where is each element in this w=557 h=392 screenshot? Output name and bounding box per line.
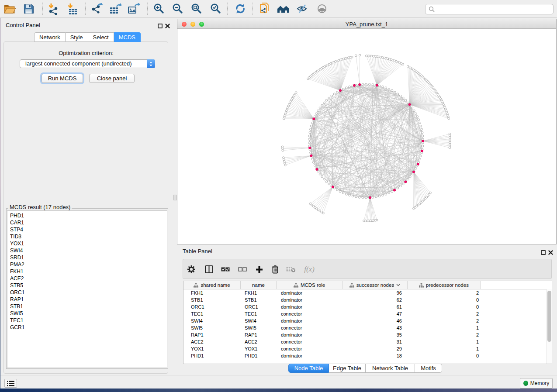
show-column-panel-icon[interactable]: [203, 264, 214, 275]
mcds-result-item[interactable]: ORC1: [7, 289, 167, 296]
table-row[interactable]: YOX1YOX1connector291: [183, 345, 547, 352]
zoom-in-icon[interactable]: [152, 2, 166, 15]
import-table-icon[interactable]: [66, 2, 80, 15]
memory-button[interactable]: Memory: [520, 378, 553, 389]
column-header-successor-nodes[interactable]: successor nodes: [343, 281, 408, 289]
mcds-result-item[interactable]: SWI5: [7, 310, 167, 317]
mcds-result-item[interactable]: FKH1: [7, 268, 167, 275]
desktop-background-edge: [0, 18, 0, 389]
memory-status-icon: [523, 381, 528, 386]
tab-network-table[interactable]: Network Table: [366, 364, 415, 373]
select-all-columns-icon[interactable]: [220, 264, 231, 275]
delete-column-icon[interactable]: [270, 264, 281, 275]
import-network-icon[interactable]: [46, 2, 60, 15]
toolbar-separator: [147, 3, 148, 15]
tab-style[interactable]: Style: [66, 32, 88, 42]
column-header-name[interactable]: name: [241, 281, 277, 289]
mcds-result-item[interactable]: GCR1: [7, 324, 167, 331]
table-panel-float-icon[interactable]: [541, 249, 546, 257]
close-panel-button[interactable]: Close panel: [89, 74, 135, 83]
mcds-result-item[interactable]: PHD1: [7, 212, 167, 219]
new-network-from-selection-icon[interactable]: [257, 2, 271, 15]
export-network-icon[interactable]: [90, 2, 104, 15]
export-image-icon[interactable]: [127, 2, 141, 15]
apply-layout-icon[interactable]: [233, 2, 247, 15]
table-scrollbar[interactable]: [547, 289, 552, 364]
zoom-selected-icon[interactable]: [209, 2, 223, 15]
mcds-result-item[interactable]: SRD1: [7, 254, 167, 261]
toolbar-separator: [227, 3, 228, 15]
table-row[interactable]: TEC1TEC1connector472: [183, 310, 547, 317]
tab-mcds[interactable]: MCDS: [114, 32, 141, 42]
first-neighbors-icon[interactable]: [277, 2, 291, 15]
mcds-result-item[interactable]: STB1: [7, 303, 167, 310]
toolbar-separator: [85, 3, 86, 15]
search-icon: [429, 6, 435, 12]
mcds-result-item[interactable]: TID3: [7, 233, 167, 240]
table-panel-title: Table Panel: [183, 248, 212, 254]
hide-selected-icon[interactable]: [295, 2, 309, 15]
search-input[interactable]: [437, 6, 553, 13]
column-header-predecessor-nodes[interactable]: predecessor nodes: [408, 281, 481, 289]
tab-select[interactable]: Select: [88, 32, 114, 42]
toolbar-separator: [252, 3, 253, 15]
tab-motifs[interactable]: Motifs: [415, 364, 442, 373]
table-row[interactable]: SWI5SWI5connector431: [183, 324, 547, 331]
function-builder-icon[interactable]: f(x): [302, 264, 317, 275]
delete-table-icon[interactable]: [285, 264, 297, 275]
mcds-result-item[interactable]: CAR1: [7, 219, 167, 226]
table-row[interactable]: ORC1ORC1dominator610: [183, 303, 547, 310]
mcds-list-scrollbar[interactable]: [161, 211, 167, 368]
open-file-icon[interactable]: [3, 2, 17, 15]
column-type-icon: [349, 283, 354, 288]
network-view-frame: YPA_prune.txt_1: [177, 19, 557, 244]
mcds-result-item[interactable]: SWI4: [7, 247, 167, 254]
tab-network[interactable]: Network: [34, 32, 66, 42]
select-spinner-icon: [147, 59, 155, 68]
vertical-splitter-handle[interactable]: [173, 195, 177, 200]
criterion-select[interactable]: largest connected component (undirected): [20, 59, 155, 68]
table-row[interactable]: RAP1RAP1dominator352: [183, 331, 547, 338]
mcds-result-item[interactable]: ACE2: [7, 275, 167, 282]
save-session-icon[interactable]: [21, 2, 35, 15]
control-panel: Control Panel NetworkStyleSelectMCDS Opt…: [0, 18, 172, 375]
table-row[interactable]: ACE2ACE2connector311: [183, 338, 547, 345]
mcds-result-item[interactable]: YOX1: [7, 240, 167, 247]
table-toolbar: f(x): [183, 259, 552, 279]
control-panel-close-icon[interactable]: [165, 22, 170, 30]
table-body: FKH1FKH1dominator962STB1STB1dominator620…: [183, 289, 547, 364]
show-all-icon[interactable]: [315, 2, 329, 15]
table-row[interactable]: FKH1FKH1dominator962: [183, 289, 547, 296]
mcds-result-item[interactable]: RAP1: [7, 296, 167, 303]
table-scrollbar-thumb[interactable]: [547, 291, 551, 342]
run-mcds-button[interactable]: Run MCDS: [42, 74, 83, 83]
create-column-icon[interactable]: [253, 264, 265, 275]
mcds-result-item[interactable]: PMA2: [7, 261, 167, 268]
zoom-fit-icon[interactable]: [190, 2, 204, 15]
mcds-result-item[interactable]: STP4: [7, 226, 167, 233]
column-header-MCDS-role[interactable]: MCDS role: [277, 281, 343, 289]
control-panel-float-icon[interactable]: [158, 22, 163, 30]
table-settings-gear-icon[interactable]: [186, 264, 197, 275]
search-field[interactable]: [425, 4, 554, 14]
task-history-button[interactable]: [4, 379, 17, 388]
mcds-result-list[interactable]: PHD1CAR1STP4TID3YOX1SWI4SRD1PMA2FKH1ACE2…: [7, 210, 167, 368]
table-row[interactable]: STB1STB1dominator620: [183, 296, 547, 303]
mcds-result-item[interactable]: TEC1: [7, 317, 167, 324]
node-table: shared namenameMCDS rolesuccessor nodesp…: [183, 281, 552, 364]
network-view-titlebar[interactable]: YPA_prune.txt_1: [177, 19, 556, 29]
table-panel-close-icon[interactable]: [548, 249, 553, 257]
zoom-out-icon[interactable]: [171, 2, 185, 15]
column-type-icon: [419, 283, 424, 288]
table-row[interactable]: SWI4SWI4dominator462: [183, 317, 547, 324]
unselect-all-columns-icon[interactable]: [237, 264, 248, 275]
table-row[interactable]: PHD1PHD1dominator180: [183, 352, 547, 359]
mcds-result-item[interactable]: STB5: [7, 282, 167, 289]
export-table-icon[interactable]: [108, 2, 122, 15]
table-tabs: Node TableEdge TableNetwork TableMotifs: [288, 364, 442, 373]
optimization-criterion-label: Optimization criterion:: [0, 50, 172, 56]
network-graph[interactable]: [177, 29, 556, 244]
tab-node-table[interactable]: Node Table: [288, 364, 329, 373]
tab-edge-table[interactable]: Edge Table: [329, 364, 366, 373]
column-header-shared-name[interactable]: shared name: [183, 281, 241, 289]
